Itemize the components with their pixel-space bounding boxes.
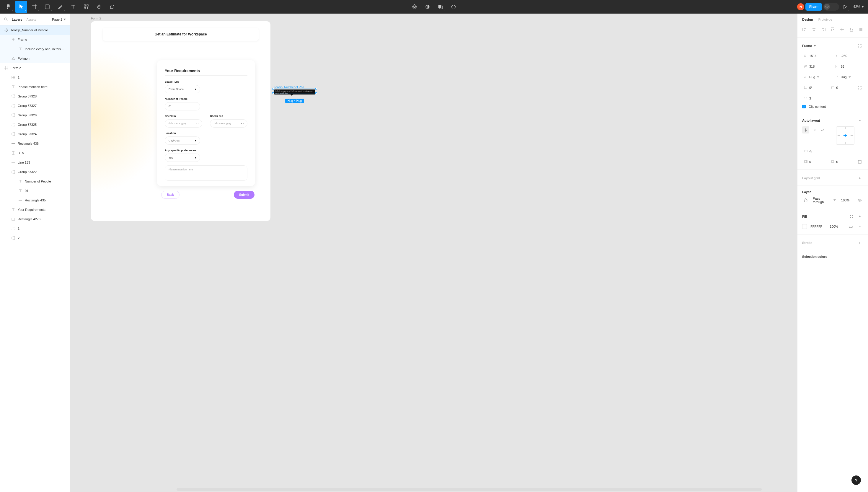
text-tool-button[interactable] — [67, 1, 79, 13]
move-tool-button[interactable] — [15, 1, 27, 13]
remove-autolayout-icon[interactable]: − — [856, 117, 863, 124]
resources-button[interactable] — [80, 1, 92, 13]
resize-to-fit-icon[interactable] — [856, 42, 863, 49]
resize-handle-tr[interactable] — [315, 88, 317, 90]
fill-hidden-icon[interactable] — [847, 223, 854, 230]
align-right-icon[interactable] — [820, 26, 827, 33]
search-icon[interactable] — [4, 18, 8, 22]
corner-radius-field[interactable]: 0 — [829, 83, 855, 92]
align-vcenter-icon[interactable] — [839, 26, 846, 33]
dev-handoff-button[interactable] — [448, 1, 459, 13]
selected-tooltip-frame[interactable]: Tooltip_Number of Peo… Include every one… — [274, 85, 315, 103]
space-type-select[interactable]: Event Space ▾ — [165, 85, 200, 93]
layer-row[interactable]: Group 37324 — [0, 129, 70, 139]
canvas-frame-label[interactable]: Form 2 — [91, 17, 101, 20]
help-button[interactable]: ? — [851, 475, 861, 485]
layer-opacity-field[interactable]: 100% — [839, 196, 854, 204]
component-insert-button[interactable] — [409, 1, 420, 13]
layer-row[interactable]: 1 — [0, 224, 70, 233]
layer-row[interactable]: Rectangle 436 — [0, 139, 70, 148]
rotation-field[interactable]: 0° — [802, 83, 827, 92]
layers-tab[interactable]: Layers — [12, 18, 22, 21]
boolean-ops-button[interactable] — [435, 1, 446, 13]
layer-row[interactable]: Group 37326 — [0, 110, 70, 120]
al-padv-field[interactable]: 0 — [829, 158, 855, 166]
submit-button[interactable]: Submit — [234, 191, 255, 199]
checkin-input[interactable]: dd - mm - yyyy ‹ › — [165, 119, 202, 128]
figma-menu-button[interactable] — [2, 1, 14, 13]
page-dropdown[interactable]: Page 1 — [52, 18, 66, 21]
comment-tool-button[interactable] — [106, 1, 118, 13]
layer-row[interactable]: Line 133 — [0, 158, 70, 167]
fill-opacity-field[interactable]: 100% — [828, 222, 846, 231]
al-more-icon[interactable]: ⋯ — [856, 126, 863, 133]
user-avatar[interactable]: N — [797, 3, 804, 10]
layer-row[interactable]: Group 37325 — [0, 120, 70, 129]
present-button[interactable] — [840, 1, 850, 13]
dev-mode-toggle[interactable] — [823, 3, 839, 10]
resize-handle-bl[interactable] — [272, 93, 274, 94]
layer-row[interactable]: Your Requirements — [0, 205, 70, 214]
resize-handle-tl[interactable] — [272, 88, 274, 90]
align-hcenter-icon[interactable] — [811, 26, 818, 33]
layer-row[interactable]: Rectangle 4276 — [0, 214, 70, 224]
location-select[interactable]: City/Area ▾ — [165, 137, 200, 145]
h-field[interactable]: H26 — [834, 62, 864, 71]
layer-row[interactable]: Include every one, in this… — [0, 44, 70, 54]
constraint-h-field[interactable]: ›‹ Hug — [834, 73, 864, 81]
share-button[interactable]: Share — [806, 3, 822, 10]
prefs-textarea[interactable]: Please mention here — [165, 165, 248, 181]
fill-swatch[interactable] — [802, 224, 807, 229]
x-field[interactable]: X1514 — [802, 52, 832, 60]
layer-row[interactable]: Group 37322 — [0, 167, 70, 177]
align-top-icon[interactable] — [829, 26, 836, 33]
y-field[interactable]: Y-250 — [834, 52, 864, 60]
clip-content-checkbox[interactable] — [802, 105, 806, 108]
prototype-tab[interactable]: Prototype — [818, 18, 832, 21]
alignment-box[interactable] — [836, 126, 854, 145]
selection-title[interactable]: Tooltip_Number of Peo… — [274, 85, 315, 89]
layer-row[interactable]: Frame — [0, 35, 70, 44]
layer-row[interactable]: Rectangle 435 — [0, 196, 70, 205]
blend-mode-field[interactable]: Pass through — [811, 196, 838, 204]
layer-tree[interactable]: Tooltip_Number of PeopleFrameInclude eve… — [0, 25, 70, 492]
horizontal-scrollbar[interactable] — [177, 488, 762, 491]
add-stroke-icon[interactable]: + — [856, 239, 863, 246]
hand-tool-button[interactable] — [93, 1, 105, 13]
assets-tab[interactable]: Assets — [26, 18, 36, 21]
w-field[interactable]: W318 — [802, 62, 832, 71]
layer-row[interactable]: 01 — [0, 186, 70, 196]
frame-tool-button[interactable] — [28, 1, 40, 13]
prefs-select[interactable]: Yes ▾ — [165, 153, 200, 162]
al-wrap-icon[interactable] — [819, 126, 826, 133]
layer-row[interactable]: Tooltip_Number of People — [0, 25, 70, 35]
al-direction-vertical-icon[interactable] — [802, 126, 809, 133]
back-button[interactable]: Back — [161, 191, 179, 199]
layer-row[interactable]: 1 — [0, 73, 70, 82]
independent-padding-icon[interactable] — [856, 158, 863, 165]
align-bottom-icon[interactable] — [848, 26, 855, 33]
remove-fill-icon[interactable]: − — [856, 223, 863, 230]
layer-row[interactable]: 2 — [0, 233, 70, 243]
tidy-icon[interactable] — [858, 26, 865, 33]
resize-handle-br[interactable] — [315, 93, 317, 94]
constraint-w-field[interactable]: ›‹ Hug — [802, 73, 832, 81]
align-left-icon[interactable] — [801, 26, 808, 33]
zoom-dropdown[interactable]: 43% — [851, 5, 866, 9]
blend-mode-icon[interactable] — [802, 197, 809, 204]
add-layout-grid-icon[interactable]: + — [856, 175, 863, 181]
canvas[interactable]: Form 2 Get an Estimate for Workspace You… — [70, 14, 797, 492]
people-input[interactable]: 01 — [165, 102, 200, 110]
al-spacing-field[interactable]: -5 — [802, 147, 863, 155]
checkout-input[interactable]: dd - mm - yyyy ‹ › — [210, 119, 248, 128]
visibility-toggle-icon[interactable] — [856, 197, 863, 204]
layer-row[interactable]: Polygon — [0, 54, 70, 63]
add-fill-icon[interactable]: + — [856, 213, 863, 220]
al-direction-horizontal-icon[interactable] — [811, 126, 818, 133]
layer-row[interactable]: Group 37328 — [0, 92, 70, 101]
mask-button[interactable] — [422, 1, 433, 13]
layer-row[interactable]: BTN — [0, 148, 70, 158]
gap-field[interactable]: 3 — [802, 94, 863, 102]
shape-tool-button[interactable] — [41, 1, 53, 13]
layer-row[interactable]: Number of People — [0, 177, 70, 186]
